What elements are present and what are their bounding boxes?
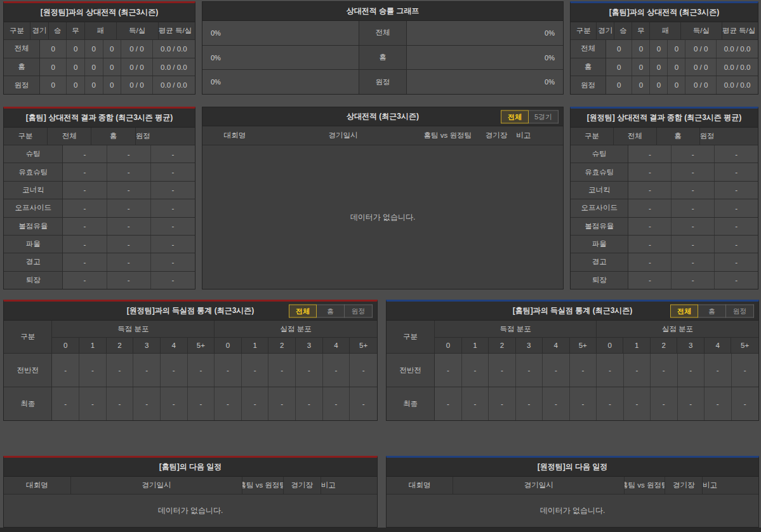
filter-button-away[interactable]: 원정 xyxy=(345,304,373,317)
corner-header: 구분 xyxy=(387,321,435,353)
table-cell: - xyxy=(63,182,107,199)
table-cell: - xyxy=(624,354,651,387)
column-header: 비고 xyxy=(516,126,531,145)
sub-column-header: 3 xyxy=(133,338,161,353)
table-cell: - xyxy=(133,354,161,387)
row-label: 오프사이드 xyxy=(571,199,628,216)
filter-button-all[interactable]: 전체 xyxy=(289,304,317,317)
column-header: 홈팀 vs 원정팀 xyxy=(419,126,477,145)
column-header: 승 xyxy=(614,22,632,39)
column-header: 구분 xyxy=(4,22,30,39)
group-header-scored: 득점 분포 xyxy=(435,321,597,337)
filter-button-home[interactable]: 홈 xyxy=(317,304,345,317)
table-cell: - xyxy=(151,199,195,216)
table-cell: - xyxy=(516,354,543,387)
table-cell: 0 xyxy=(606,58,632,76)
h2h-away-panel: [원정팀]과의 상대전적 (최근3시즌) 구분경기승무패득/실평균 득/실 전체… xyxy=(3,1,195,95)
table-cell: - xyxy=(151,272,195,289)
table-cell: - xyxy=(215,387,242,420)
table-cell: - xyxy=(296,387,323,420)
row-label: 유효슈팅 xyxy=(571,163,628,180)
table-cell: - xyxy=(161,387,188,420)
h2h-home-panel: [홈팀]과의 상대전적 (최근3시즌) 구분경기승무패득/실평균 득/실 전체 … xyxy=(570,1,758,95)
table-cell: - xyxy=(107,199,151,216)
table-cell: - xyxy=(715,182,758,199)
table-row: 홈 0 0 0 0 0 / 0 0.0 / 0.0 xyxy=(571,58,758,77)
table-cell: - xyxy=(672,253,715,270)
filter-group: 전체 5경기 xyxy=(501,110,559,123)
panel-title: [원정팀] 상대전적 결과 종합 (최근3시즌 평균) xyxy=(571,109,758,128)
column-header: 전체 xyxy=(614,128,657,145)
table-cell: 0 xyxy=(85,76,103,94)
table-row: 슈팅 - - - xyxy=(571,145,758,163)
summary-away-panel: [원정팀] 상대전적 결과 종합 (최근3시즌 평균) 구분전체홈원정 슈팅 -… xyxy=(570,107,758,289)
winrate-bar-right: 0% xyxy=(406,70,563,94)
row-label: 원정 xyxy=(571,76,606,94)
table-row: 전반전 - - - - - - - - - - - - xyxy=(387,354,758,387)
goal-group-row: 득점 분포 실점 분포 xyxy=(52,321,377,338)
table-cell: 0 / 0 xyxy=(685,76,717,94)
table-cell: - xyxy=(151,145,195,163)
row-label: 파울 xyxy=(4,236,63,253)
column-header: 비고 xyxy=(321,477,336,494)
table-header-row: 구분전체홈원정 xyxy=(4,128,195,145)
filter-button-away[interactable]: 원정 xyxy=(726,304,754,317)
table-row: 최종 - - - - - - - - - - - - xyxy=(4,387,377,420)
table-cell: 0 xyxy=(606,76,632,94)
schedule-away-panel: [원정팀]의 다음 일정 대회명경기일시홈팀 vs 원정팀경기장비고 데이터가 … xyxy=(386,456,759,528)
table-cell: 0 xyxy=(40,58,67,76)
table-cell: - xyxy=(107,145,151,163)
sub-column-header: 4 xyxy=(323,338,350,353)
filter-button-home[interactable]: 홈 xyxy=(698,304,726,317)
row-label: 홈 xyxy=(4,58,40,76)
table-cell: 0 xyxy=(67,76,85,94)
filter-group: 전체 홈 원정 xyxy=(670,304,754,317)
table-row: 최종 - - - - - - - - - - - - xyxy=(387,387,758,420)
sub-column-header: 2 xyxy=(107,338,134,353)
filter-button-all[interactable]: 전체 xyxy=(501,110,529,123)
table-cell: - xyxy=(672,145,715,163)
table-cell: - xyxy=(715,163,758,180)
table-cell: 0 xyxy=(40,76,67,94)
table-cell: - xyxy=(672,236,715,253)
winrate-label: 전체 xyxy=(359,21,406,45)
table-cell: - xyxy=(672,182,715,199)
filter-button-all[interactable]: 전체 xyxy=(670,304,698,317)
table-cell: - xyxy=(672,218,715,235)
table-cell: - xyxy=(715,145,758,163)
table-cell: - xyxy=(63,272,107,289)
sub-column-header: 3 xyxy=(296,338,323,353)
table-cell: - xyxy=(63,199,107,216)
panel-title: [원정팀]과의 상대전적 (최근3시즌) xyxy=(4,3,195,22)
table-cell: - xyxy=(462,354,489,387)
table-cell: - xyxy=(323,387,350,420)
table-row: 슈팅 - - - xyxy=(4,145,195,163)
table-cell: - xyxy=(628,163,672,180)
column-header: 경기 xyxy=(30,22,49,39)
table-cell: - xyxy=(188,354,215,387)
column-header: 구분 xyxy=(4,128,48,145)
filter-button-5games[interactable]: 5경기 xyxy=(529,110,559,123)
column-header: 경기일시 xyxy=(71,477,242,494)
row-label: 코너킥 xyxy=(4,182,63,199)
column-header: 홈 xyxy=(91,128,135,145)
table-cell: 0.0 / 0.0 xyxy=(153,40,195,58)
sub-column-header: 0 xyxy=(597,338,623,353)
row-label: 유효슈팅 xyxy=(4,163,63,180)
table-cell: - xyxy=(651,387,677,420)
row-label: 홈 xyxy=(571,58,606,76)
table-cell: 0 xyxy=(103,58,122,76)
table-cell: 0 xyxy=(650,58,668,76)
table-cell: 0 xyxy=(40,40,67,58)
sub-column-header: 1 xyxy=(462,338,489,353)
empty-message: 데이터가 없습니다. xyxy=(202,145,563,289)
winrate-row: 0% 홈 0% xyxy=(202,46,563,70)
group-header-conceded: 실점 분포 xyxy=(215,321,377,337)
table-cell: - xyxy=(161,354,188,387)
table-cell: - xyxy=(715,253,758,270)
table-cell: - xyxy=(597,354,623,387)
table-cell: - xyxy=(79,387,107,420)
table-cell: - xyxy=(678,387,705,420)
table-cell: - xyxy=(516,387,543,420)
corner-header: 구분 xyxy=(4,321,52,353)
